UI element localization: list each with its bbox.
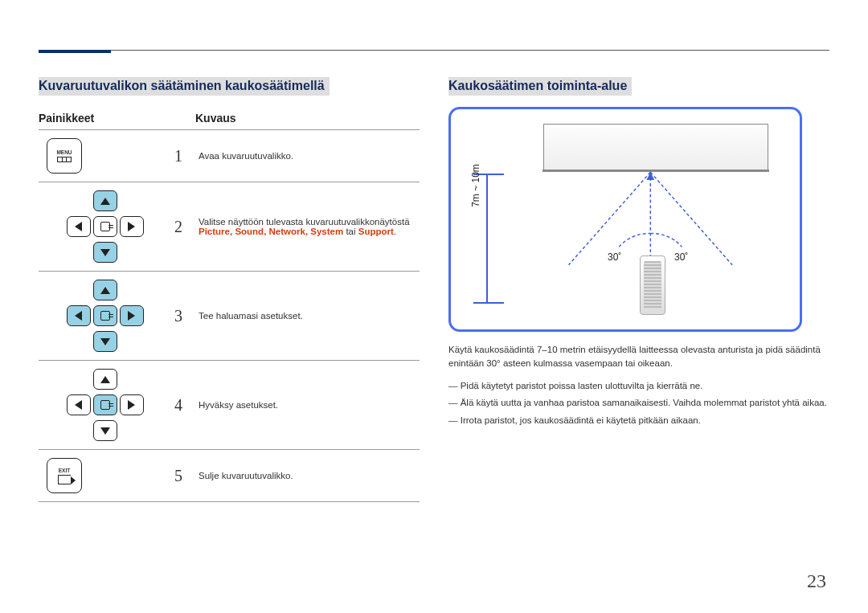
row-number: 3 xyxy=(171,272,195,361)
table-row: EXIT 5 Sulje kuvaruutuvalikko. xyxy=(39,450,420,502)
exit-button-icon: EXIT xyxy=(47,458,82,493)
row-number: 4 xyxy=(171,361,195,450)
dpad-updown-icon xyxy=(65,190,145,263)
buttons-table: Painikkeet Kuvaus MENU 1 Avaa kuvaruutuv… xyxy=(39,107,420,502)
row-number: 1 xyxy=(171,130,195,182)
note-row: Irrota paristot, jos kaukosäädintä ei kä… xyxy=(448,412,829,430)
right-section-title: Kaukosäätimen toiminta-alue xyxy=(448,77,632,96)
range-paragraph: Käytä kaukosäädintä 7–10 metrin etäisyyd… xyxy=(448,343,829,371)
left-column: Kuvaruutuvalikon säätäminen kaukosäätime… xyxy=(39,77,420,502)
col-header-spacer xyxy=(171,107,195,130)
remote-icon xyxy=(640,255,665,315)
menu-button-icon: MENU xyxy=(47,138,82,174)
table-row: 3 Tee haluamasi asetukset. xyxy=(39,272,420,361)
svg-line-2 xyxy=(650,172,732,264)
range-diagram: 7m ~ 10m 30˚ 30˚ xyxy=(448,107,802,332)
exit-icon-label: EXIT xyxy=(59,468,70,473)
row-number: 2 xyxy=(171,182,195,272)
row-desc: Valitse näyttöön tulevasta kuvaruutuvali… xyxy=(195,182,420,272)
svg-marker-3 xyxy=(646,172,654,180)
header-rule xyxy=(39,50,829,51)
left-section-title: Kuvaruutuvalikon säätäminen kaukosäätime… xyxy=(39,77,330,96)
page-content: Kuvaruutuvalikon säätäminen kaukosäätime… xyxy=(39,77,829,502)
angle-left-label: 30˚ xyxy=(608,251,621,263)
right-column: Kaukosäätimen toiminta-alue 7m ~ 10m 30˚… xyxy=(448,77,829,502)
table-row: 2 Valitse näyttöön tulevasta kuvaruutuva… xyxy=(39,182,420,272)
col-header-buttons: Painikkeet xyxy=(39,107,171,130)
note-row: Älä käytä uutta ja vanhaa paristoa saman… xyxy=(448,394,829,412)
table-row: MENU 1 Avaa kuvaruutuvalikko. xyxy=(39,130,420,182)
dpad-center-icon xyxy=(65,369,145,441)
row-desc: Hyväksy asetukset. xyxy=(195,361,420,450)
row-number: 5 xyxy=(171,450,195,502)
distance-label: 7m ~ 10m xyxy=(470,149,481,222)
distance-bar-icon xyxy=(486,174,488,304)
row-desc: Sulje kuvaruutuvalikko. xyxy=(195,450,420,502)
dpad-full-icon xyxy=(65,280,145,352)
row-desc: Avaa kuvaruutuvalikko. xyxy=(195,130,420,182)
table-row: 4 Hyväksy asetukset. xyxy=(39,361,420,450)
page-number: 23 xyxy=(807,570,826,592)
note-row: Pidä käytetyt paristot poissa lasten ulo… xyxy=(448,378,829,395)
header-accent xyxy=(39,50,111,53)
col-header-desc: Kuvaus xyxy=(195,107,420,130)
angle-right-label: 30˚ xyxy=(674,251,688,263)
row-desc: Tee haluamasi asetukset. xyxy=(195,272,420,361)
signal-lines-icon xyxy=(451,109,800,329)
menu-icon-label: MENU xyxy=(56,149,72,155)
